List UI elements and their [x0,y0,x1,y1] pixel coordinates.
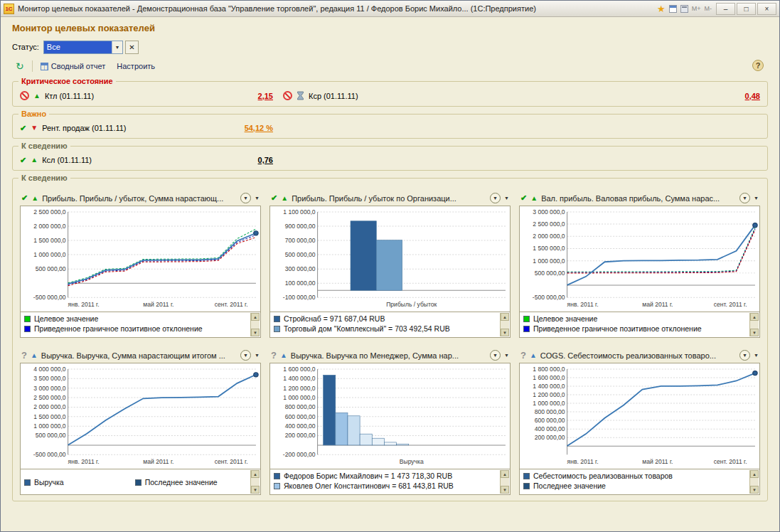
forbidden-icon [20,91,29,100]
clear-filter-button[interactable]: ✕ [125,41,139,54]
legend-swatch [274,326,280,332]
scroll-up-icon[interactable]: ▲ [501,313,509,321]
favorites-star-icon[interactable]: ★ [657,4,666,14]
trend-up-icon: ▲ [530,352,537,359]
indicator-value-link[interactable]: 0,76 [258,156,273,164]
chart-menu-button[interactable]: ▼ [490,193,501,203]
summary-report-label: Сводный отчет [51,62,106,70]
legend-scrollbar[interactable]: ▲▼ [250,470,260,494]
svg-text:2 000 000,0: 2 000 000,0 [33,223,66,230]
chart-title: Выручка. Выручка по Менеджер, Сумма нар.… [291,351,486,360]
chart-card-profit-by-organization: ✔ ▲ Прибыль. Прибыль / убыток по Организ… [269,191,511,338]
refresh-button[interactable]: ↻ [12,60,28,73]
scroll-down-icon[interactable]: ▼ [251,329,260,336]
dropdown-arrow-icon[interactable]: ▼ [112,41,122,53]
indicator-value-link[interactable]: 54,12 % [245,124,273,132]
help-button[interactable]: ? [752,60,764,71]
scroll-up-icon[interactable]: ▲ [251,313,260,321]
legend-item: Последнее значение [523,482,747,490]
chart-menu-caret-icon[interactable]: ▼ [504,353,509,358]
calendar-icon[interactable] [669,5,677,13]
legend-item: Стройснаб = 971 687,04 RUB [274,314,497,323]
legend-item: Торговый дом "Комплексный" = 703 492,54 … [274,324,497,333]
chart-legend: Целевое значение Приведенное граничное п… [20,312,261,338]
window-controls: – □ × [716,3,776,15]
scroll-down-icon[interactable]: ▼ [501,486,509,494]
svg-text:800 000,00: 800 000,00 [285,403,316,410]
chart-menu-caret-icon[interactable]: ▼ [754,196,759,201]
chart-menu-caret-icon[interactable]: ▼ [255,196,260,201]
forbidden-icon [283,91,292,100]
svg-text:500 000,00: 500 000,00 [36,432,66,440]
scroll-up-icon[interactable]: ▲ [750,470,759,478]
legend-swatch [274,483,280,489]
question-icon: ? [271,351,277,360]
chart-menu-button[interactable]: ▼ [739,193,750,203]
legend-item: Яковлев Олег Константинович = 681 443,81… [274,482,497,490]
scroll-up-icon[interactable]: ▲ [501,470,509,478]
chart-menu-button[interactable]: ▼ [490,350,501,361]
svg-text:800 000,00: 800 000,00 [535,408,565,415]
question-icon: ? [520,351,526,360]
chart-menu-button[interactable]: ▼ [240,193,251,203]
memory-plus-button[interactable]: M+ [692,5,701,12]
legend-scrollbar[interactable]: ▲▼ [250,313,260,336]
minimize-button[interactable]: – [716,3,735,15]
legend-scrollbar[interactable]: ▲▼ [749,313,759,336]
group-critical: Критическое состояние ▲ Ктл (01.11.11) 2… [12,81,768,107]
svg-text:1 400 000,0: 1 400 000,0 [283,375,316,382]
trend-up-icon: ▲ [31,352,38,359]
chart-title: Вал. прибыль. Валовая прибыль, Сумма нар… [541,194,736,203]
chart-menu-caret-icon[interactable]: ▼ [504,196,509,201]
indicator-value-link[interactable]: 2,15 [258,92,273,100]
svg-text:1 200 000,0: 1 200 000,0 [533,391,565,398]
summary-report-button[interactable]: Сводный отчет [37,60,109,73]
svg-text:900 000,00: 900 000,00 [285,223,316,230]
chart-menu-caret-icon[interactable]: ▼ [255,353,260,358]
memory-minus-button[interactable]: M- [705,5,712,12]
chart-title: Прибыль. Прибыль / убыток по Организаци.… [292,194,486,203]
chart-menu-button[interactable]: ▼ [739,350,750,361]
scroll-up-icon[interactable]: ▲ [251,470,260,478]
svg-text:2 500 000,0: 2 500 000,0 [533,220,565,228]
chart-card-revenue-by-manager: ? ▲ Выручка. Выручка по Менеджер, Сумма … [269,348,511,495]
close-button[interactable]: × [757,3,776,15]
chart-plot: 1 100 000,0900 000,00700 000,00500 000,0… [269,206,511,312]
scroll-up-icon[interactable]: ▲ [750,313,759,321]
svg-text:400 000,00: 400 000,00 [535,425,565,432]
scroll-down-icon[interactable]: ▼ [251,486,260,494]
indicator-value-link[interactable]: 0,48 [745,92,760,100]
chart-card-header: ? ▲ COGS. Себестоимость реализованных то… [519,348,760,363]
indicator-label: Ксл (01.11.11) [42,156,92,164]
legend-scrollbar[interactable]: ▲▼ [749,470,759,494]
scroll-down-icon[interactable]: ▼ [750,329,759,336]
status-filter-select[interactable]: Все ▼ [43,41,123,54]
scroll-down-icon[interactable]: ▼ [750,486,759,494]
configure-button[interactable]: Настроить [113,60,159,73]
svg-text:1 000 000,0: 1 000 000,0 [33,251,66,258]
group-info-title: К сведению [18,142,70,150]
svg-text:май 2011 г.: май 2011 г. [642,301,673,308]
chart-card-header: ✔ ▲ Прибыль. Прибыль / убыток, Сумма нар… [20,191,261,206]
svg-text:500 000,00: 500 000,00 [36,265,66,272]
chart-menu-button[interactable]: ▼ [240,350,251,361]
calculator-icon[interactable] [680,5,688,13]
group-critical-title: Критическое состояние [18,77,116,85]
scroll-down-icon[interactable]: ▼ [501,329,509,336]
trend-up-icon: ▲ [281,195,288,202]
window-title: Монитор целевых показателей - Демонстрац… [18,4,536,13]
chart-card-gross-profit: ✔ ▲ Вал. прибыль. Валовая прибыль, Сумма… [519,191,760,338]
svg-text:янв. 2011 г.: янв. 2011 г. [567,301,599,308]
svg-text:сент. 2011 г.: сент. 2011 г. [714,458,747,465]
chart-menu-caret-icon[interactable]: ▼ [754,353,759,358]
legend-swatch [135,479,141,486]
legend-label: Выручка [34,478,64,486]
legend-scrollbar[interactable]: ▲▼ [500,470,509,494]
svg-text:Прибыль / убыток: Прибыль / убыток [386,301,437,308]
legend-swatch [274,316,280,322]
svg-text:1 600 000,0: 1 600 000,0 [283,366,316,373]
svg-text:-100 000,00: -100 000,00 [283,294,316,301]
chart-title: Выручка. Выручка, Сумма нарастающим итог… [41,351,237,360]
legend-scrollbar[interactable]: ▲▼ [500,313,509,336]
maximize-button[interactable]: □ [737,3,756,15]
